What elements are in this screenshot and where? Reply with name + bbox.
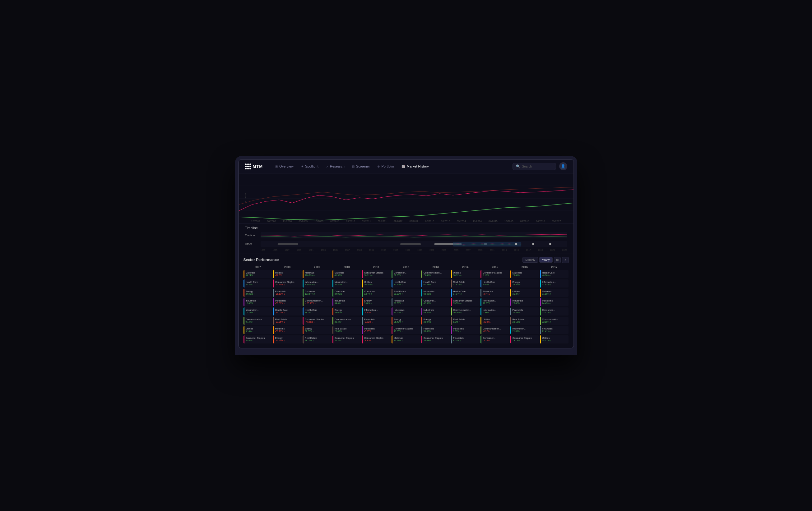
sector-cell-2010-5[interactable]: Communication...30.4% xyxy=(332,317,361,325)
sector-cell-2012-0[interactable]: Consumer...32.35% xyxy=(392,270,420,279)
sector-cell-2007-5[interactable]: Communication...9.14% xyxy=(243,317,272,325)
sector-cell-2007-0[interactable]: Materials34.24% xyxy=(243,270,272,279)
sector-cell-2014-0[interactable]: Utilities18.92% xyxy=(451,270,480,279)
sector-cell-2008-7[interactable]: Energy-41.10% xyxy=(273,335,302,344)
timeline-election-track[interactable] xyxy=(261,232,567,238)
sector-cell-2013-5[interactable]: Energy36.07% xyxy=(422,317,450,325)
sector-cell-2008-6[interactable]: Materials-38.21% xyxy=(273,326,302,335)
sector-cell-2010-4[interactable]: Energy33.66% xyxy=(332,307,361,316)
nav-research[interactable]: ↗ Research xyxy=(323,163,348,170)
sector-cell-2007-4[interactable]: Information...14.12% xyxy=(243,307,272,316)
sector-cell-2009-6[interactable]: Energy62.05% xyxy=(302,326,331,335)
sector-cell-2016-6[interactable]: Information...21.83% xyxy=(510,326,539,335)
sector-cell-2008-1[interactable]: Consumer Staples-25.34% xyxy=(273,279,302,288)
sector-cell-2009-3[interactable]: Communication...-103.19% xyxy=(302,298,331,307)
sector-cell-2017-4[interactable]: Consumer...23.41% xyxy=(540,307,569,316)
nav-portfolio[interactable]: ⊛ Portfolio xyxy=(374,163,397,170)
sector-cell-2016-1[interactable]: Energy24.51% xyxy=(510,279,539,288)
sector-cell-2014-1[interactable]: Real Estate17.87% xyxy=(451,279,480,288)
sector-cell-2013-3[interactable]: Consumer...42.65% xyxy=(422,298,450,307)
sector-cell-2016-4[interactable]: Financials25.48% xyxy=(510,307,539,316)
monthly-button[interactable]: Monthly xyxy=(522,257,538,263)
sector-cell-2014-5[interactable]: Real Estate6.2% xyxy=(451,317,480,325)
sector-cell-2016-7[interactable]: Consumer Staples18.13% xyxy=(510,335,539,344)
sector-cell-2013-1[interactable]: Health Care61.23% xyxy=(422,279,450,288)
sector-cell-2015-2[interactable]: Financials-2.7% xyxy=(481,289,509,297)
sector-cell-2007-1[interactable]: Health Care26.2% xyxy=(243,279,272,288)
sector-cell-2007-3[interactable]: Industrials18.46% xyxy=(243,298,272,307)
nav-market-history[interactable]: 📈 Market History xyxy=(398,163,432,170)
sector-cell-2012-1[interactable]: Health Care31.15% xyxy=(392,279,420,288)
sector-cell-2010-1[interactable]: Information...30.46% xyxy=(332,279,361,288)
sector-cell-2011-2[interactable]: Consumer...3.54% xyxy=(362,289,390,297)
sector-cell-2012-7[interactable]: Materials16.79% xyxy=(392,335,420,344)
sector-cell-2010-6[interactable]: Real Estate28.07% xyxy=(332,326,361,335)
sector-cell-2017-7[interactable]: Utilities18.47% xyxy=(540,335,569,344)
sector-cell-2014-6[interactable]: Industrials8.93% xyxy=(451,326,480,335)
sector-cell-2010-2[interactable]: Consumer...34.92% xyxy=(332,289,361,297)
sector-cell-2012-4[interactable]: Industrials23.67% xyxy=(392,307,420,316)
sector-cell-2014-4[interactable]: Communication...16.76% xyxy=(451,307,480,316)
sector-cell-2011-4[interactable]: Information...-2.45% xyxy=(362,307,390,316)
yearly-button[interactable]: Yearly xyxy=(539,257,553,263)
sector-cell-2009-4[interactable]: Health Care78.5% xyxy=(302,307,331,316)
sector-cell-2010-0[interactable]: Materials41.32% xyxy=(332,270,361,279)
sector-cell-2008-2[interactable]: Financials-26.63% xyxy=(273,289,302,297)
sector-cell-2007-6[interactable]: Utilities9.14% xyxy=(243,326,272,335)
timeline-other-track[interactable] xyxy=(261,241,567,247)
sector-cell-2009-7[interactable]: Real Estate48.04% xyxy=(302,335,331,344)
sector-cell-2008-0[interactable]: Utilities-22.3% xyxy=(273,270,302,279)
sector-cell-2015-5[interactable]: Utilities-2.24% xyxy=(481,317,509,325)
nav-spotlight[interactable]: ✦ Spotlight xyxy=(298,163,322,170)
sector-cell-2015-4[interactable]: Information...0.93% xyxy=(481,307,509,316)
sector-cell-2009-5[interactable]: Consumer Staples-77.86% xyxy=(302,317,331,325)
sector-cell-2008-5[interactable]: Real Estate-37.35% xyxy=(273,317,302,325)
sector-cell-2009-2[interactable]: Consumer...103.57% xyxy=(302,289,331,297)
sector-cell-2015-1[interactable]: Health Care7.05% xyxy=(481,279,509,288)
sector-cell-2012-3[interactable]: Financials28.38% xyxy=(392,298,420,307)
sector-cell-2007-7[interactable]: Consumer Staples8.45% xyxy=(243,335,272,344)
sector-cell-2016-5[interactable]: Real Estate22.13% xyxy=(510,317,539,325)
nav-screener[interactable]: ⊡ Screener xyxy=(349,163,373,170)
sector-cell-2009-0[interactable]: Materials176.13% xyxy=(302,270,331,279)
sector-cell-2017-1[interactable]: Information...31.93% xyxy=(540,279,569,288)
sector-cell-2015-6[interactable]: Communication...-6.92% xyxy=(481,326,509,335)
sector-cell-2010-3[interactable]: Industrials34.6% xyxy=(332,298,361,307)
sector-cell-2009-1[interactable]: Information...120.44% xyxy=(302,279,331,288)
search-box[interactable]: 🔍 Search xyxy=(513,163,556,170)
avatar[interactable]: 👤 xyxy=(559,162,567,170)
sector-cell-2017-0[interactable]: Health Care40.16% xyxy=(540,270,569,279)
sector-cell-2015-0[interactable]: Consumer Staples8.17% xyxy=(481,270,509,279)
sector-cell-2012-2[interactable]: Real Estate30.97% xyxy=(392,289,420,297)
sector-cell-2014-7[interactable]: Financials8.07% xyxy=(451,335,480,344)
sector-cell-2013-7[interactable]: Consumer Staples35.63% xyxy=(422,335,450,344)
sector-cell-2011-1[interactable]: Utilities10.36% xyxy=(362,279,390,288)
sector-cell-2011-7[interactable]: Consumer Staples-3.35% xyxy=(362,335,390,344)
sector-cell-2011-5[interactable]: Financials-2.93% xyxy=(362,317,390,325)
grid-view-button[interactable]: ⊞ xyxy=(554,257,561,263)
sector-cell-2014-2[interactable]: Health Care14.37% xyxy=(451,289,480,297)
sector-cell-2013-4[interactable]: Industrials48.26% xyxy=(422,307,450,316)
sector-cell-2017-2[interactable]: Materials31.18% xyxy=(540,289,569,297)
sector-cell-2008-4[interactable]: Health Care-34.05% xyxy=(273,307,302,316)
sector-cell-2017-5[interactable]: Communication...22.18% xyxy=(540,317,569,325)
sector-cell-2016-3[interactable]: Industrials20.42% xyxy=(510,298,539,307)
export-button[interactable]: ↗ xyxy=(562,257,569,263)
sector-cell-2015-7[interactable]: Consumer...-3.23% xyxy=(481,335,509,344)
sector-cell-2017-3[interactable]: Industrials24.45% xyxy=(540,298,569,307)
sector-cell-2016-0[interactable]: Materials79.46% xyxy=(510,270,539,279)
sector-cell-2007-2[interactable]: Energy24.99% xyxy=(243,289,272,297)
sector-cell-2011-0[interactable]: Consumer Staples10.91% xyxy=(362,270,390,279)
sector-cell-2013-6[interactable]: Financials35.89% xyxy=(422,326,450,335)
sector-cell-2015-3[interactable]: Information...12.85% xyxy=(481,298,509,307)
sector-cell-2010-7[interactable]: Consumer Staples32.2% xyxy=(332,335,361,344)
sector-cell-2014-3[interactable]: Consumer Staples13.55% xyxy=(451,298,480,307)
sector-cell-2017-6[interactable]: Financials21.41% xyxy=(540,326,569,335)
sector-cell-2008-3[interactable]: Industrials-30.01% xyxy=(273,298,302,307)
sector-cell-2013-2[interactable]: Information...60.63% xyxy=(422,289,450,297)
sector-cell-2016-2[interactable]: Utilities31.2% xyxy=(510,289,539,297)
sector-cell-2011-6[interactable]: Industrials-3.35% xyxy=(362,326,390,335)
sector-cell-2013-0[interactable]: Communication...79.48% xyxy=(422,270,450,279)
sector-cell-2012-6[interactable]: Consumer Staples18.53% xyxy=(392,326,420,335)
nav-overview[interactable]: ⊞ Overview xyxy=(272,163,297,170)
